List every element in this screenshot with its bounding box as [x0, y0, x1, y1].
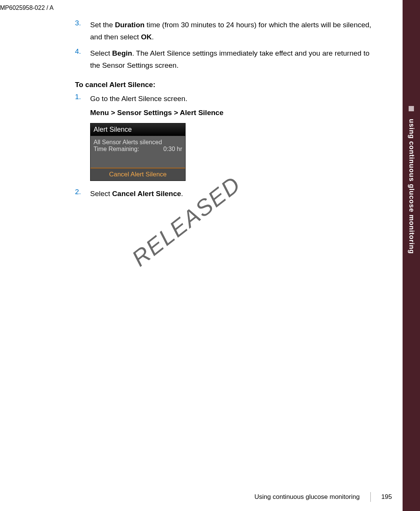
list-item: 3. Set the Duration time (from 30 minute… — [75, 19, 374, 44]
step-text: Select Begin. The Alert Silence settings… — [90, 47, 374, 72]
footer-chapter-title: Using continuous glucose monitoring — [254, 493, 360, 501]
text: Select — [90, 190, 112, 198]
device-screen-body: All Sensor Alerts silenced Time Remainin… — [91, 136, 185, 168]
device-time-label: Time Remaining: — [94, 146, 139, 153]
text: . — [152, 33, 154, 41]
step-text: Go to the Alert Silence screen. — [90, 93, 187, 105]
cancel-steps-list-2: 2. Select Cancel Alert Silence. — [75, 188, 374, 200]
footer-divider — [370, 492, 371, 502]
page-number: 195 — [381, 493, 392, 501]
list-item: 2. Select Cancel Alert Silence. — [75, 188, 374, 200]
device-status-line: All Sensor Alerts silenced — [94, 139, 182, 146]
device-screen-title: Alert Silence — [91, 123, 185, 136]
device-cancel-button[interactable]: Cancel Alert Silence — [91, 168, 185, 181]
step-number: 3. — [75, 19, 90, 44]
bold-term: OK — [141, 33, 152, 41]
cancel-heading: To cancel Alert Silence: — [75, 81, 374, 89]
page-content: 3. Set the Duration time (from 30 minute… — [75, 19, 374, 204]
device-time-value: 0:30 hr — [163, 146, 182, 153]
breadcrumb: Menu > Sensor Settings > Alert Silence — [90, 109, 374, 117]
page-footer: Using continuous glucose monitoring 195 — [254, 492, 392, 502]
side-tab: using continuous glucose monitoring — [403, 0, 420, 511]
text: Select — [90, 49, 112, 57]
device-screenshot: Alert Silence All Sensor Alerts silenced… — [90, 123, 186, 181]
document-id: MP6025958-022 / A — [0, 5, 53, 11]
steps-list-continued: 3. Set the Duration time (from 30 minute… — [75, 19, 374, 72]
step-number: 4. — [75, 47, 90, 72]
bold-term: Begin — [112, 49, 132, 57]
side-tab-label: using continuous glucose monitoring — [408, 119, 415, 254]
step-details: Menu > Sensor Settings > Alert Silence A… — [75, 109, 374, 181]
bold-term: Duration — [115, 21, 145, 29]
step-text: Set the Duration time (from 30 minutes t… — [90, 19, 374, 44]
device-time-row: Time Remaining: 0:30 hr — [94, 146, 182, 153]
list-item: 1. Go to the Alert Silence screen. — [75, 93, 374, 105]
tab-marker-icon — [409, 106, 414, 111]
step-number: 1. — [75, 93, 90, 105]
list-item: 4. Select Begin. The Alert Silence setti… — [75, 47, 374, 72]
step-text: Select Cancel Alert Silence. — [90, 188, 183, 200]
bold-term: Cancel Alert Silence — [112, 190, 181, 198]
step-number: 2. — [75, 188, 90, 200]
text: . — [181, 190, 183, 198]
cancel-steps-list: 1. Go to the Alert Silence screen. — [75, 93, 374, 105]
text: Set the — [90, 21, 115, 29]
text: . The Alert Silence settings immediately… — [90, 49, 370, 69]
